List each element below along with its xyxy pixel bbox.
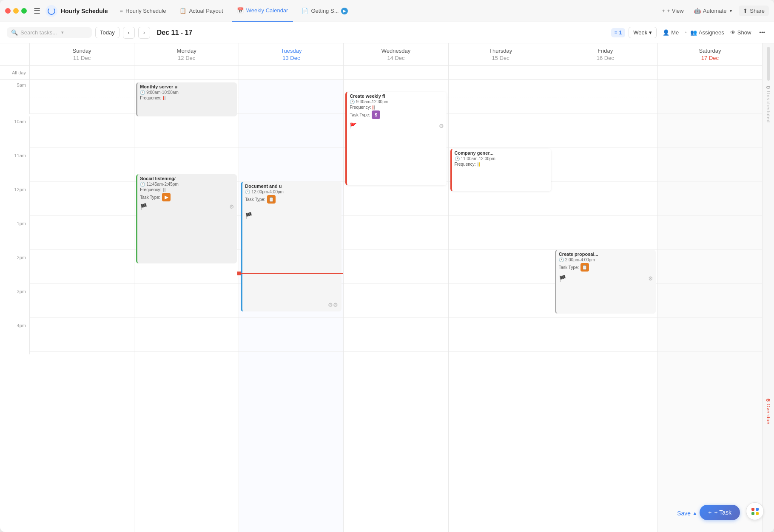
day-date-saturday: 17 Dec	[660, 55, 760, 61]
tab-getting-badge: ▶	[341, 8, 348, 14]
overdue-label: Overdue	[766, 404, 771, 424]
sidebar-scrollbar[interactable]	[767, 47, 770, 81]
event-company-general[interactable]: Company gener... 🕐 11:00am-12:00pm Frequ…	[450, 149, 551, 191]
search-bar[interactable]: 🔍 Search tasks... ▾	[7, 27, 92, 38]
app-icon	[46, 5, 57, 17]
hour-9-sun	[30, 80, 134, 114]
current-time-dot	[237, 272, 241, 275]
event-create-weekly[interactable]: Create weekly fi 🕐 9:30am-12:30pm Freque…	[345, 92, 446, 185]
show-button[interactable]: 👁 Show	[728, 27, 754, 38]
plus-icon: +	[662, 8, 665, 14]
day-header-wednesday: Wednesday 14 Dec	[344, 43, 448, 65]
day-header-tuesday: Tuesday 13 Dec	[239, 43, 344, 65]
hour-2-wed	[344, 250, 448, 284]
more-options-button[interactable]: •••	[757, 27, 767, 38]
hour-11-sat	[658, 148, 762, 182]
event-create-proposal[interactable]: Create proposal... 🕐 2:00pm-4:00pm Task …	[555, 250, 656, 314]
time-label-9am-text: 9am	[0, 80, 30, 82]
day-date-sunday: 11 Dec	[31, 55, 132, 61]
time-gutter-header	[0, 43, 30, 65]
close-button[interactable]	[5, 8, 11, 14]
tab-hourly[interactable]: ≡ Hourly Schedule	[114, 0, 171, 22]
hour-9-thu	[449, 80, 553, 114]
apps-dot-2	[756, 508, 759, 511]
calendar-container: Sunday 11 Dec Monday 12 Dec Tuesday 13 D…	[0, 43, 774, 532]
event-company-freq: Frequency:	[455, 162, 549, 167]
automate-button[interactable]: 🤖 Automate ▼	[690, 6, 737, 16]
hour-10-mon	[134, 114, 239, 148]
hour-9-sat	[658, 80, 762, 114]
event-monthly-server[interactable]: Monthly server u 🕐 9:00am-10:00am Freque…	[136, 82, 237, 116]
automate-label: Automate	[703, 8, 727, 14]
sidebar-unscheduled: 0 Unscheduled	[765, 43, 771, 288]
minimize-button[interactable]	[13, 8, 19, 14]
me-filter[interactable]: 👤 Me	[660, 27, 681, 38]
tab-payout[interactable]: 📋 Actual Payout	[174, 0, 228, 22]
filter-badge[interactable]: ≡ 1	[611, 28, 626, 37]
day-header-thursday: Thursday 15 Dec	[449, 43, 553, 65]
day-name-thursday: Thursday	[450, 48, 551, 54]
flag-icon2: 🏴	[245, 212, 252, 219]
time-label-11am: 11am	[0, 150, 30, 184]
tab-getting[interactable]: 📄 Getting S... ▶	[296, 0, 353, 22]
event-document[interactable]: Document and u 🕐 12:00pm-4:00pm Task Typ…	[241, 182, 341, 311]
search-icon: 🔍	[11, 29, 18, 36]
menu-icon[interactable]: ☰	[34, 6, 40, 16]
share-icon: ⬆	[743, 8, 748, 14]
tab-getting-label: Getting S...	[311, 8, 339, 14]
hour-4-sun	[30, 318, 134, 352]
view-button[interactable]: + + View	[657, 6, 688, 16]
save-button[interactable]: Save ▲	[677, 510, 697, 517]
day-name-sunday: Sunday	[31, 48, 132, 54]
hour-1-sat	[658, 216, 762, 250]
maximize-button[interactable]	[21, 8, 27, 14]
assignees-filter[interactable]: 👥 Assignees	[690, 29, 724, 36]
time-label-2pm: 2pm	[0, 252, 30, 286]
date-range: Dec 11 - 17	[154, 29, 196, 37]
event-document-time: 🕐 12:00pm-4:00pm	[245, 190, 339, 194]
day-name-wednesday: Wednesday	[345, 48, 446, 54]
hour-2-sat	[658, 250, 762, 284]
hour-11-tue	[239, 148, 343, 182]
allday-row: All day	[0, 66, 762, 80]
event-monthly-server-freq: Frequency:	[140, 96, 234, 100]
hour-1-sun	[30, 216, 134, 250]
tab-weekly[interactable]: 📅 Weekly Calendar	[232, 0, 293, 22]
today-button[interactable]: Today	[95, 27, 120, 38]
share-button[interactable]: ⬆ Share	[739, 6, 769, 16]
tab-weekly-label: Weekly Calendar	[246, 7, 288, 14]
col-monday: Monthly server u 🕐 9:00am-10:00am Freque…	[134, 80, 239, 532]
hour-12-sat	[658, 182, 762, 216]
next-button[interactable]: ›	[138, 27, 150, 39]
freq-bar	[163, 96, 165, 100]
day-headers: Sunday 11 Dec Monday 12 Dec Tuesday 13 D…	[0, 43, 762, 66]
day-date-wednesday: 14 Dec	[345, 55, 446, 61]
event-document-title: Document and u	[245, 184, 339, 189]
time-label-3pm: 3pm	[0, 286, 30, 320]
apps-button[interactable]	[746, 502, 764, 520]
clock-icon6: 🕐	[559, 258, 564, 262]
hour-11-fri	[553, 148, 657, 182]
titlebar: ☰ Hourly Schedule ≡ Hourly Schedule 📋 Ac…	[0, 0, 774, 22]
app-logo	[48, 7, 55, 15]
prev-button[interactable]: ‹	[123, 27, 135, 39]
event-document-gear: ⚙⚙	[328, 302, 338, 308]
hour-11-sun	[30, 148, 134, 182]
event-social-listening-time: 🕐 11:45am-2:45pm	[140, 182, 234, 187]
event-social-listening[interactable]: Social listening/ 🕐 11:45am-2:45pm Frequ…	[136, 174, 237, 263]
yellow-flag-icon: 🏴	[559, 275, 566, 282]
week-chevron-icon: ▾	[649, 29, 652, 36]
task-button[interactable]: + + Task	[700, 505, 740, 520]
hour-10-thu	[449, 114, 553, 148]
hour-10-tue	[239, 114, 343, 148]
apps-dot-1	[751, 508, 754, 511]
red-flag-icon: 🚩	[350, 122, 357, 129]
hour-2-sun	[30, 250, 134, 284]
col-friday: Create proposal... 🕐 2:00pm-4:00pm Task …	[553, 80, 658, 532]
week-selector[interactable]: Week ▾	[629, 27, 657, 38]
event-monthly-server-title: Monthly server u	[140, 84, 234, 89]
flag-icon: 🏴	[140, 203, 147, 210]
filter-count: 1	[619, 30, 622, 36]
days-grid: Monthly server u 🕐 9:00am-10:00am Freque…	[30, 80, 762, 532]
allday-cell-tue	[239, 66, 344, 79]
